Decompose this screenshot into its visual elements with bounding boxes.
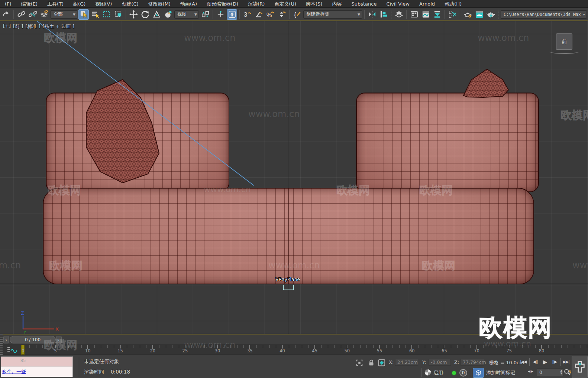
project-folder-dropdown[interactable]: C:\Users\Han\Documents\3ds Max 2022▼ bbox=[501, 10, 587, 19]
sofa-seat-base[interactable] bbox=[43, 188, 534, 284]
edit-named-selection-sets-icon[interactable]: { bbox=[292, 9, 302, 20]
layer-manager-icon[interactable] bbox=[394, 9, 404, 20]
separator bbox=[239, 10, 240, 19]
go-to-end-button[interactable]: ▶▶| bbox=[561, 358, 571, 366]
viewport-label-part[interactable]: [标准 ] bbox=[25, 23, 40, 30]
select-rotate-icon[interactable] bbox=[140, 9, 150, 20]
menu-item[interactable]: 渲染(R) bbox=[243, 0, 269, 8]
link-icon[interactable] bbox=[16, 9, 26, 20]
viewport-label-part[interactable]: [前 ] bbox=[13, 23, 23, 30]
unlink-icon[interactable] bbox=[28, 9, 38, 20]
redo-icon[interactable] bbox=[1, 9, 11, 20]
time-slider-row: ‹ 0 / 100 › bbox=[0, 334, 588, 345]
sofa-backrest-left[interactable] bbox=[46, 93, 229, 192]
menu-item[interactable]: 脚本(S) bbox=[301, 0, 327, 8]
key-mode-toggle-icon[interactable] bbox=[563, 368, 572, 377]
select-manipulate-icon[interactable] bbox=[215, 9, 226, 20]
mini-curve-editor-icon[interactable] bbox=[7, 346, 18, 354]
y-coordinate-field[interactable]: -0.0cm bbox=[429, 359, 451, 366]
next-frame-arrow-button[interactable]: › bbox=[56, 336, 62, 343]
play-button[interactable]: ▶ bbox=[540, 358, 549, 366]
viewport-label-part[interactable]: [粘土 + 边面 ] bbox=[43, 23, 74, 30]
maxscript-macro-icon[interactable] bbox=[447, 9, 458, 20]
viewport-label-part[interactable]: [+] bbox=[3, 23, 11, 30]
time-slider[interactable]: 0 / 100 bbox=[10, 336, 56, 343]
reference-coordinate-dropdown[interactable]: 视图▼ bbox=[174, 10, 199, 19]
svg-text:3: 3 bbox=[243, 11, 247, 18]
render-to-texture-icon[interactable] bbox=[432, 9, 442, 20]
select-place-icon[interactable] bbox=[163, 9, 173, 20]
track-bar[interactable]: 0510152025303540455055606570758085 bbox=[0, 345, 588, 355]
current-frame-field[interactable]: 0 ▲▼ bbox=[537, 368, 563, 376]
menu-item[interactable]: 内容 bbox=[327, 0, 346, 8]
adaptive-degradation-icon[interactable] bbox=[424, 368, 432, 377]
object-label[interactable]: VRayPlane bbox=[275, 277, 300, 282]
timeline-grip[interactable] bbox=[0, 334, 3, 355]
menu-item[interactable]: 组(G) bbox=[68, 0, 90, 8]
mirror-icon[interactable] bbox=[367, 9, 377, 20]
menu-item[interactable]: 创建(C) bbox=[117, 0, 143, 8]
named-selection-sets-dropdown[interactable]: 创建选择集▼ bbox=[303, 10, 362, 19]
next-frame-button[interactable]: ||▶ bbox=[550, 358, 559, 366]
keyboard-shortcut-override-button[interactable] bbox=[227, 9, 237, 20]
render-production-icon[interactable] bbox=[485, 9, 496, 20]
window-crossing-icon[interactable] bbox=[113, 9, 123, 20]
svg-text:{: { bbox=[294, 11, 296, 18]
menu-item[interactable]: 视图(V) bbox=[90, 0, 117, 8]
menu-item[interactable]: 动画(A) bbox=[175, 0, 202, 8]
selection-lock-icon[interactable] bbox=[367, 359, 375, 367]
select-object-button[interactable] bbox=[78, 9, 89, 20]
align-icon[interactable] bbox=[378, 9, 389, 20]
previous-frame-button[interactable]: ◀|| bbox=[530, 358, 540, 366]
render-setup-icon[interactable] bbox=[462, 9, 473, 20]
menu-item[interactable]: Arnold bbox=[414, 0, 440, 8]
set-key-button[interactable] bbox=[572, 356, 588, 378]
maxscript-listener-script-pane[interactable]: 多个。一些 bbox=[1, 366, 72, 377]
rectangular-selection-region-icon[interactable] bbox=[101, 9, 112, 20]
rendered-frame-window-icon[interactable] bbox=[474, 9, 484, 20]
scene-explorer-icon[interactable] bbox=[409, 9, 419, 20]
sofa-backrest-right[interactable] bbox=[356, 93, 539, 192]
percent-snap-icon[interactable]: % bbox=[265, 9, 275, 20]
menu-item[interactable]: 自定义(U) bbox=[269, 0, 301, 8]
x-coordinate-field[interactable]: 24.23cm bbox=[395, 359, 418, 366]
add-time-tag-label[interactable]: 添加时间标记 bbox=[486, 369, 515, 376]
timeline-tick: 15 bbox=[119, 345, 151, 355]
z-coordinate-field[interactable]: 77.794cm bbox=[461, 359, 484, 366]
isolate-selection-icon[interactable] bbox=[355, 359, 364, 367]
menu-item[interactable]: Civil View bbox=[381, 0, 414, 8]
maxscript-listener-macro-pane[interactable] bbox=[1, 357, 72, 366]
select-by-name-icon[interactable] bbox=[90, 9, 100, 20]
separator bbox=[79, 357, 79, 377]
absolute-offset-mode-icon[interactable] bbox=[378, 359, 386, 367]
axis-tripod: Z X Y bbox=[21, 310, 59, 334]
menu-item[interactable]: 编辑(E) bbox=[16, 0, 42, 8]
timeline-tick: 80 bbox=[540, 345, 572, 355]
select-move-icon[interactable] bbox=[128, 9, 139, 20]
use-pivot-center-icon[interactable] bbox=[200, 9, 210, 20]
viewcube-ring[interactable] bbox=[549, 49, 579, 54]
menu-item[interactable]: 图形编辑器(D) bbox=[202, 0, 243, 8]
snaps-toggle-icon[interactable]: 3 bbox=[242, 9, 252, 20]
menu-item[interactable]: 帮助(H) bbox=[440, 0, 466, 8]
time-tag-cube-button[interactable] bbox=[473, 368, 484, 378]
menu-item[interactable]: (F) bbox=[0, 0, 16, 8]
spinner-arrows[interactable]: ▲▼ bbox=[560, 369, 562, 375]
curve-editor-icon[interactable] bbox=[420, 9, 431, 20]
menu-item[interactable]: 工具(T) bbox=[42, 0, 68, 8]
bind-spacewarp-icon[interactable] bbox=[39, 9, 49, 20]
viewcube[interactable]: 前 bbox=[556, 33, 572, 50]
zero-badge-button[interactable]: 0 bbox=[459, 369, 467, 377]
y-coordinate-label: Y: bbox=[422, 359, 426, 365]
frame-nudge-arrows[interactable]: ◀▶ bbox=[528, 369, 534, 373]
maxscript-mini-listener[interactable]: 多个。一些 bbox=[1, 356, 73, 377]
menu-item[interactable]: Substance bbox=[346, 0, 381, 8]
go-to-start-button[interactable]: |◀◀ bbox=[518, 358, 528, 366]
previous-frame-arrow-button[interactable]: ‹ bbox=[3, 336, 9, 343]
selection-filter-dropdown[interactable]: 全部▼ bbox=[51, 10, 77, 19]
spinner-snap-icon[interactable] bbox=[277, 9, 287, 20]
angle-snap-icon[interactable] bbox=[253, 9, 264, 20]
menu-item[interactable]: 修改器(M) bbox=[143, 0, 175, 8]
viewport-front[interactable]: Z X Y VRayPlane [+][前 ][标准 ][粘土 + 边面 ] 前 bbox=[0, 21, 588, 334]
select-scale-icon[interactable] bbox=[151, 9, 162, 20]
